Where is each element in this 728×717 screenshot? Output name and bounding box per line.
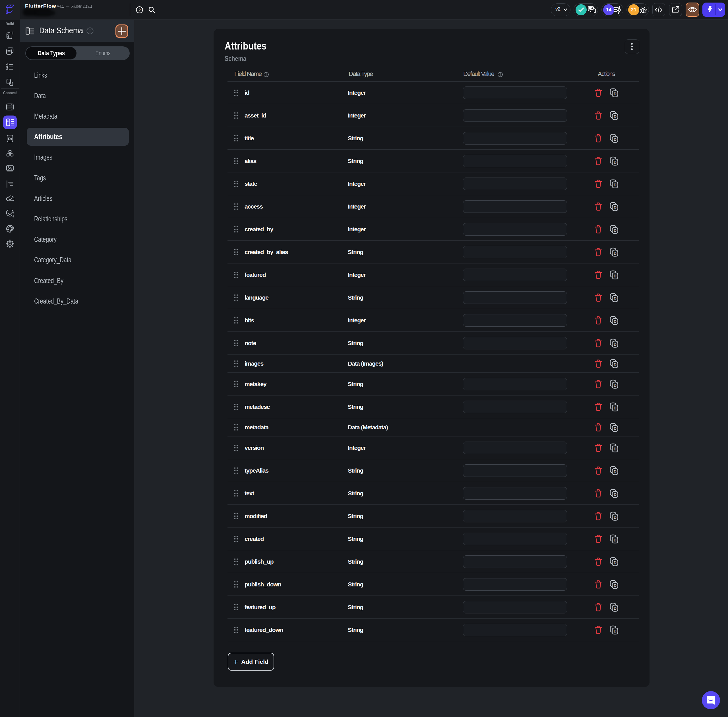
svg-text:D: D [614, 363, 617, 367]
svg-text:D: D [614, 274, 617, 278]
svg-text:D: D [614, 206, 617, 210]
svg-text:D: D [614, 629, 617, 633]
svg-text:D: D [614, 470, 617, 474]
svg-text:D: D [614, 251, 617, 255]
svg-text:?: ? [138, 8, 141, 12]
svg-text:D: D [614, 492, 617, 497]
svg-text:D: D [614, 606, 617, 610]
svg-text:D: D [614, 183, 617, 187]
svg-text:D: D [614, 515, 617, 520]
svg-text:D: D [614, 228, 617, 233]
svg-text:D: D [614, 296, 617, 301]
svg-text:D: D [614, 137, 617, 142]
svg-text:D: D [614, 447, 617, 451]
svg-text:D: D [614, 114, 617, 119]
svg-text:D: D [614, 92, 617, 96]
svg-text:D: D [614, 538, 617, 542]
svg-text:D: D [614, 583, 617, 588]
svg-text:D: D [614, 342, 617, 346]
svg-text:D: D [614, 406, 617, 410]
svg-text:D: D [614, 560, 617, 565]
svg-text:D: D [614, 319, 617, 324]
svg-text:D: D [614, 426, 617, 431]
svg-text:D: D [614, 383, 617, 387]
svg-text:D: D [614, 160, 617, 165]
